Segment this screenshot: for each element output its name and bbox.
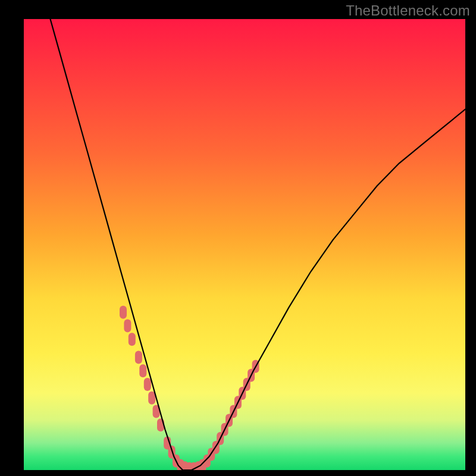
- marker-dot: [135, 351, 142, 364]
- marker-dots: [120, 306, 259, 470]
- plot-area: [24, 19, 465, 470]
- marker-dot: [139, 364, 146, 377]
- watermark-text: TheBottleneck.com: [346, 2, 470, 19]
- marker-dot: [120, 306, 127, 319]
- chart-frame: TheBottleneck.com: [0, 0, 476, 476]
- marker-dot: [144, 378, 151, 391]
- bottleneck-curve: [51, 19, 466, 470]
- marker-dot: [129, 333, 136, 346]
- curve-svg: [24, 19, 465, 470]
- marker-dot: [124, 319, 131, 332]
